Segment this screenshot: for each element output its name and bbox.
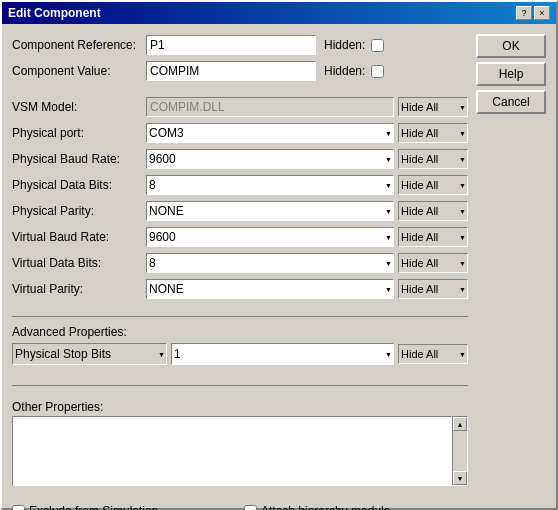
other-properties-box: ▲ ▼ [12,416,468,486]
vsm-model-label: VSM Model: [12,100,142,114]
vsm-hide-all-select[interactable]: Hide All Show All [398,97,468,117]
title-bar: Edit Component ? × [2,2,556,24]
virtual-baud-rate-hide-all-wrapper: Hide All Show All [398,227,468,247]
cancel-button[interactable]: Cancel [476,90,546,114]
virtual-baud-rate-wrapper: 9600 1200 2400 4800 19200 [146,227,394,247]
component-reference-label: Component Reference: [12,38,142,52]
physical-baud-rate-hide-all-wrapper: Hide All Show All [398,149,468,169]
advanced-properties-row: Physical Stop Bits 1 2 Hide All Show All [12,343,468,365]
virtual-baud-rate-row: Virtual Baud Rate: 9600 1200 2400 4800 1… [12,226,468,248]
window-title: Edit Component [8,6,101,20]
virtual-parity-wrapper: NONE EVEN ODD [146,279,394,299]
separator-1 [12,316,468,317]
side-buttons: OK Help Cancel [476,34,546,510]
virtual-data-bits-hide-all-select[interactable]: Hide All Show All [398,253,468,273]
ok-button[interactable]: OK [476,34,546,58]
physical-port-select[interactable]: COM3 COM1 COM2 COM4 [146,123,394,143]
physical-baud-rate-select[interactable]: 9600 1200 2400 4800 19200 38400 115200 [146,149,394,169]
exclude-simulation-row: Exclude from Simulation [12,504,236,510]
other-properties-textarea[interactable] [12,416,452,486]
physical-baud-rate-row: Physical Baud Rate: 9600 1200 2400 4800 … [12,148,468,170]
physical-parity-row: Physical Parity: NONE EVEN ODD Hide All … [12,200,468,222]
edit-component-window: Edit Component ? × Component Reference: … [0,0,558,510]
advanced-prop-name-wrapper: Physical Stop Bits [12,343,167,365]
virtual-data-bits-label: Virtual Data Bits: [12,256,142,270]
attach-hierarchy-checkbox[interactable] [244,505,257,511]
advanced-prop-name-select[interactable]: Physical Stop Bits [12,343,167,365]
physical-port-hide-all-wrapper: Hide All Show All [398,123,468,143]
advanced-hide-all-select[interactable]: Hide All Show All [398,344,468,364]
physical-baud-rate-label: Physical Baud Rate: [12,152,142,166]
physical-data-bits-hide-all-wrapper: Hide All Show All [398,175,468,195]
virtual-baud-rate-select[interactable]: 9600 1200 2400 4800 19200 [146,227,394,247]
virtual-data-bits-select[interactable]: 8 5 6 7 [146,253,394,273]
physical-data-bits-select[interactable]: 8 5 6 7 [146,175,394,195]
virtual-parity-row: Virtual Parity: NONE EVEN ODD Hide All S… [12,278,468,300]
component-reference-hidden-checkbox[interactable] [371,39,384,52]
advanced-prop-value-select[interactable]: 1 2 [171,343,394,365]
physical-data-bits-hide-all-select[interactable]: Hide All Show All [398,175,468,195]
component-reference-input[interactable] [146,35,316,55]
exclude-simulation-checkbox[interactable] [12,505,25,511]
virtual-parity-hide-all-select[interactable]: Hide All Show All [398,279,468,299]
title-bar-buttons: ? × [516,6,550,20]
virtual-baud-rate-hide-all-select[interactable]: Hide All Show All [398,227,468,247]
physical-data-bits-label: Physical Data Bits: [12,178,142,192]
physical-parity-label: Physical Parity: [12,204,142,218]
virtual-data-bits-hide-all-wrapper: Hide All Show All [398,253,468,273]
other-properties-scrollbar: ▲ ▼ [452,416,468,486]
component-value-row: Component Value: Hidden: [12,60,468,82]
physical-port-label: Physical port: [12,126,142,140]
virtual-data-bits-row: Virtual Data Bits: 8 5 6 7 Hide All Show… [12,252,468,274]
physical-data-bits-wrapper: 8 5 6 7 [146,175,394,195]
physical-port-hide-all-select[interactable]: Hide All Show All [398,123,468,143]
physical-port-row: Physical port: COM3 COM1 COM2 COM4 Hide … [12,122,468,144]
physical-parity-wrapper: NONE EVEN ODD [146,201,394,221]
vsm-model-input [146,97,394,117]
physical-parity-hide-all-select[interactable]: Hide All Show All [398,201,468,221]
close-title-btn[interactable]: × [534,6,550,20]
virtual-baud-rate-label: Virtual Baud Rate: [12,230,142,244]
virtual-parity-label: Virtual Parity: [12,282,142,296]
physical-parity-hide-all-wrapper: Hide All Show All [398,201,468,221]
component-value-hidden-checkbox[interactable] [371,65,384,78]
component-value-label: Component Value: [12,64,142,78]
help-button[interactable]: Help [476,62,546,86]
exclude-simulation-label: Exclude from Simulation [29,504,158,510]
component-value-hidden-label: Hidden: [324,64,365,78]
scroll-down-btn[interactable]: ▼ [453,471,467,485]
checkboxes-area: Exclude from Simulation Attach hierarchy… [12,504,468,510]
physical-baud-rate-hide-all-select[interactable]: Hide All Show All [398,149,468,169]
virtual-parity-select[interactable]: NONE EVEN ODD [146,279,394,299]
advanced-properties-label: Advanced Properties: [12,325,468,339]
advanced-hide-all-wrapper: Hide All Show All [398,344,468,364]
help-title-btn[interactable]: ? [516,6,532,20]
component-value-input[interactable] [146,61,316,81]
physical-data-bits-row: Physical Data Bits: 8 5 6 7 Hide All Sho… [12,174,468,196]
vsm-model-row: VSM Model: Hide All Show All [12,96,468,118]
advanced-prop-value-wrapper: 1 2 [171,343,394,365]
scroll-up-btn[interactable]: ▲ [453,417,467,431]
physical-baud-rate-wrapper: 9600 1200 2400 4800 19200 38400 115200 [146,149,394,169]
physical-port-wrapper: COM3 COM1 COM2 COM4 [146,123,394,143]
vsm-hide-all-wrapper: Hide All Show All [398,97,468,117]
separator-2 [12,385,468,386]
other-properties-area: Other Properties: ▲ ▼ [12,400,468,486]
attach-hierarchy-row: Attach hierarchy module [244,504,468,510]
component-reference-row: Component Reference: Hidden: [12,34,468,56]
virtual-parity-hide-all-wrapper: Hide All Show All [398,279,468,299]
physical-parity-select[interactable]: NONE EVEN ODD [146,201,394,221]
component-reference-hidden-label: Hidden: [324,38,365,52]
attach-hierarchy-label: Attach hierarchy module [261,504,390,510]
content-area: Component Reference: Hidden: Component V… [2,24,556,510]
other-properties-label: Other Properties: [12,400,468,414]
virtual-data-bits-wrapper: 8 5 6 7 [146,253,394,273]
main-form: Component Reference: Hidden: Component V… [12,34,468,510]
